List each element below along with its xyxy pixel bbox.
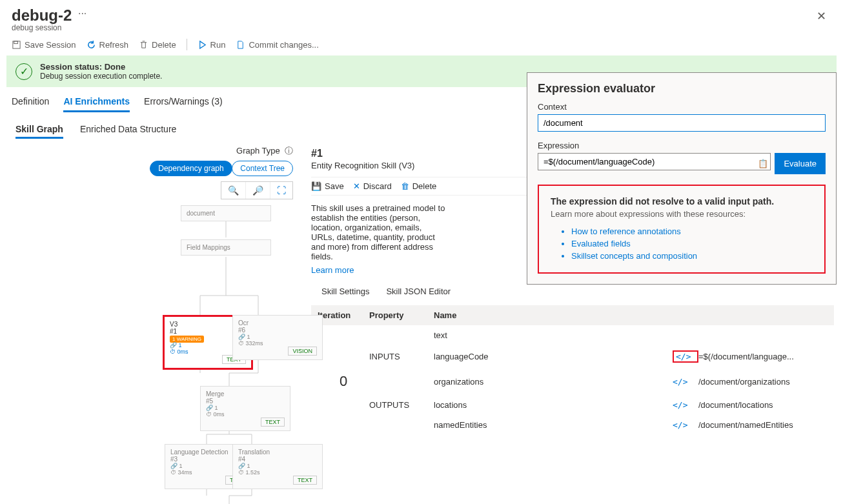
detail-delete-button[interactable]: 🗑Delete <box>401 181 437 191</box>
commit-button[interactable]: Commit changes... <box>236 40 318 50</box>
commit-label: Commit changes... <box>249 40 318 50</box>
page-title: debug-2 <box>12 6 72 24</box>
success-icon: ✓ <box>15 63 32 80</box>
iteration-count: 0 <box>318 373 369 390</box>
svg-rect-1 <box>14 41 18 43</box>
info-icon[interactable]: ⓘ <box>282 146 293 156</box>
context-input[interactable] <box>538 114 826 132</box>
cell-organizations: organizations <box>434 377 518 387</box>
evaluate-button[interactable]: Evaluate <box>775 153 826 174</box>
inputs-label: INPUTS <box>369 352 434 361</box>
page-subtitle: debug session <box>12 23 86 32</box>
expression-input[interactable] <box>538 153 771 170</box>
save-session-label: Save Session <box>25 40 76 50</box>
tab-errors[interactable]: Errors/Warnings (3) <box>144 92 223 112</box>
pill-context-tree[interactable]: Context Tree <box>232 161 293 176</box>
graph-panel: Graph Type ⓘ Dependency graph Context Tr… <box>0 139 302 504</box>
help-link-skillset-concepts[interactable]: Skillset concepts and composition <box>571 250 813 262</box>
expr-organizations: /document/organizations <box>698 377 828 387</box>
help-link-evaluated-fields[interactable]: Evaluated fields <box>571 237 813 250</box>
table-row: text <box>311 325 834 345</box>
graph-canvas[interactable]: document Field Mappings V3 #1 1 WARNING … <box>0 202 302 504</box>
tab-skill-settings[interactable]: Skill Settings <box>321 284 369 299</box>
node-translation[interactable]: Translation#4 🔗 1 ⏱ 1.52s TEXT <box>232 444 323 489</box>
expr-languagecode: =$(/document/language... <box>698 352 828 361</box>
detail-tabs: Skill Settings Skill JSON Editor <box>321 284 834 299</box>
status-subtitle: Debug session execution complete. <box>40 72 162 81</box>
node-document[interactable]: document <box>181 205 271 221</box>
col-iteration: Iteration <box>318 310 369 320</box>
save-session-button[interactable]: Save Session <box>12 40 76 50</box>
tab-definition[interactable]: Definition <box>12 92 49 112</box>
skill-data-table: Iteration Property Name text INPUTS lang… <box>311 305 834 435</box>
refresh-icon <box>86 40 96 50</box>
save-icon <box>12 40 21 50</box>
skill-description: This skill uses a pretrained model to es… <box>311 203 447 261</box>
cell-namedentities: namedEntities <box>434 420 518 430</box>
tab-ai-enrichments[interactable]: AI Enrichments <box>63 92 130 112</box>
subtab-enriched-data[interactable]: Enriched Data Structure <box>80 121 176 139</box>
context-label: Context <box>538 102 826 112</box>
delete-label: Delete <box>152 40 176 50</box>
close-icon[interactable]: ✕ <box>811 6 831 26</box>
cell-languagecode: languageCode <box>434 352 518 361</box>
expr-locations: /document/locations <box>698 400 828 410</box>
toolbar-divider <box>187 39 187 50</box>
detail-discard-button[interactable]: ✕Discard <box>353 181 392 191</box>
run-button[interactable]: Run <box>198 40 226 50</box>
refresh-label: Refresh <box>99 40 129 50</box>
copy-icon[interactable]: 📋 <box>757 157 769 170</box>
code-icon[interactable]: </> <box>673 400 698 410</box>
tab-skill-json[interactable]: Skill JSON Editor <box>386 284 451 299</box>
evaluator-title: Expression evaluator <box>538 82 826 96</box>
expression-label: Expression <box>538 141 826 150</box>
code-icon[interactable]: </> <box>673 420 698 430</box>
more-menu-icon[interactable]: ··· <box>74 8 86 19</box>
outputs-label: OUTPUTS <box>369 400 434 410</box>
zoom-fit-icon[interactable]: ⛶ <box>270 182 292 199</box>
error-help-text: Learn more about expressions with these … <box>551 209 813 219</box>
delete-button[interactable]: Delete <box>139 40 176 50</box>
col-name: Name <box>434 310 518 320</box>
detail-save-button[interactable]: 💾Save <box>311 181 344 191</box>
help-link-annotations[interactable]: How to reference annotations <box>571 225 813 237</box>
cell-locations: locations <box>434 400 518 410</box>
node-ocr[interactable]: Ocr#6 🔗 1 ⏱ 332ms VISION <box>232 315 323 360</box>
trash-icon <box>139 40 148 50</box>
code-icon[interactable]: </> <box>673 350 698 363</box>
zoom-in-icon[interactable]: 🔎 <box>246 182 270 199</box>
pill-dependency-graph[interactable]: Dependency graph <box>150 161 232 176</box>
col-property: Property <box>369 310 434 320</box>
node-field-mappings[interactable]: Field Mappings <box>181 239 271 256</box>
zoom-controls: 🔍 🔎 ⛶ <box>221 181 293 199</box>
error-message: The expression did not resolve to a vali… <box>551 196 813 207</box>
subtab-skill-graph[interactable]: Skill Graph <box>15 121 63 139</box>
node-merge[interactable]: Merge#5 🔗 1 ⏱ 0ms TEXT <box>200 386 290 431</box>
page-header: debug-2 ··· debug session ✕ <box>0 0 843 34</box>
table-row: namedEntities </> /document/namedEntitie… <box>311 415 834 435</box>
play-icon <box>198 40 207 50</box>
table-row: 0 organizations </> /document/organizati… <box>311 368 834 395</box>
table-row: OUTPUTS locations </> /document/location… <box>311 395 834 415</box>
status-title: Session status: Done <box>40 62 162 72</box>
expr-namedentities: /document/namedEntities <box>698 420 828 430</box>
code-icon[interactable]: </> <box>673 377 698 387</box>
zoom-out-icon[interactable]: 🔍 <box>221 182 246 199</box>
graph-type-label: Graph Type <box>236 146 280 156</box>
toolbar: Save Session Refresh Delete Run Commit c… <box>0 34 843 55</box>
expression-evaluator-panel: Expression evaluator Context Expression … <box>527 72 837 285</box>
refresh-button[interactable]: Refresh <box>86 40 129 50</box>
evaluator-error-box: The expression did not resolve to a vali… <box>538 185 826 274</box>
table-row: INPUTS languageCode </> =$(/document/lan… <box>311 345 834 368</box>
run-label: Run <box>210 40 226 50</box>
document-icon <box>236 40 245 50</box>
cell-text: text <box>434 330 518 340</box>
